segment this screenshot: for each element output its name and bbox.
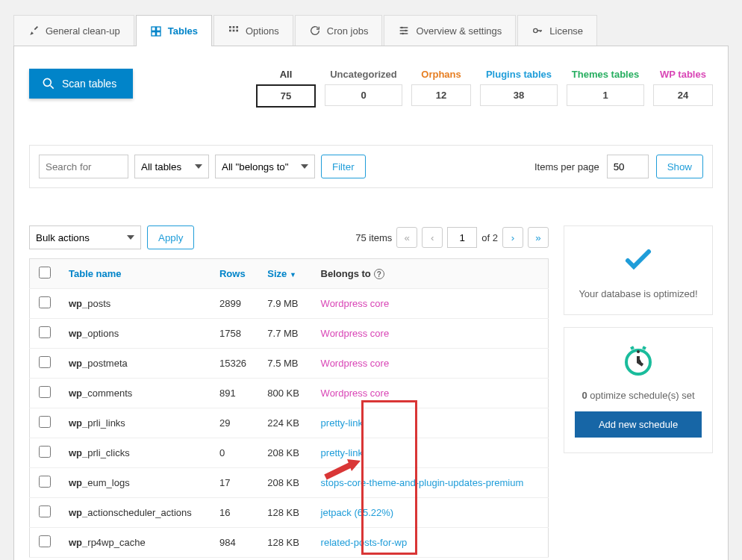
filter-wp-label[interactable]: WP tables [660,69,706,80]
page-next-button[interactable]: › [502,227,523,248]
svg-rect-6 [236,26,238,28]
optimized-card: Your database is optimized! [564,225,713,315]
row-checkbox[interactable] [39,476,51,488]
cell-rows: 29 [211,408,258,438]
cell-table-name: wp_rp4wp_cache [60,528,211,558]
tab-cron-jobs[interactable]: Cron jobs [295,15,383,46]
tables-icon [150,25,162,37]
table-row: wp_comments891800 KBWordpress core [30,379,549,408]
filter-uncat-label[interactable]: Uncategorized [330,69,397,80]
cell-belongs: pretty-link [312,438,549,468]
tables-select[interactable]: All tables [134,155,209,178]
col-table-name[interactable]: Table name [60,259,211,289]
show-button[interactable]: Show [656,155,703,178]
svg-point-13 [534,28,537,32]
tab-label: Tables [168,25,198,37]
table-row: wp_rp4wp_cache984128 KBrelated-posts-for… [30,528,549,558]
belongs-link[interactable]: pretty-link [321,417,363,429]
filter-plugins-count[interactable]: 38 [480,84,558,106]
tab-overview-settings[interactable]: Overview & settings [384,15,516,46]
scan-tables-button[interactable]: Scan tables [29,69,133,99]
svg-rect-0 [152,27,155,31]
row-checkbox[interactable] [39,296,51,308]
cell-size: 128 KB [258,528,311,558]
cell-table-name: wp_prli_clicks [60,438,211,468]
cell-table-name: wp_actionscheduler_actions [60,498,211,528]
table-row: wp_postmeta153267.5 MBWordpress core [30,349,549,379]
page-prev-button[interactable]: ‹ [422,227,443,248]
bulk-actions-select[interactable]: Bulk actions [29,225,141,249]
filter-button[interactable]: Filter [321,155,366,178]
belongs-select[interactable]: All "belongs to" [215,155,315,178]
cell-belongs: jetpack (65.22%) [312,498,549,528]
row-checkbox[interactable] [39,505,51,517]
tab-tables[interactable]: Tables [136,15,212,46]
page-input[interactable] [447,227,477,248]
cell-belongs: Wordpress core [312,319,549,349]
tab-label: License [549,25,583,37]
belongs-link[interactable]: stops-core-theme-and-plugin-updates-prem… [321,477,524,488]
refresh-icon [309,25,321,37]
row-checkbox[interactable] [39,416,51,428]
tables-grid: Table name Rows Size ▼ Belongs to? wp_po… [29,258,549,558]
col-rows[interactable]: Rows [211,259,258,289]
belongs-link[interactable]: Wordpress core [321,358,390,369]
cell-rows: 984 [211,528,258,558]
tab-license[interactable]: License [517,15,597,46]
filter-orphans-count[interactable]: 12 [411,84,471,106]
table-row: wp_prli_clicks0208 KBpretty-link [30,438,549,468]
cell-table-name: wp_prli_links [60,408,211,438]
help-icon[interactable]: ? [374,269,384,279]
optimized-text: Your database is optimized! [575,288,702,299]
col-size[interactable]: Size ▼ [258,259,311,289]
options-icon [228,25,240,37]
belongs-link[interactable]: Wordpress core [321,298,390,309]
sliders-icon [398,25,410,37]
total-items: 75 items [355,232,392,243]
tab-options[interactable]: Options [213,15,293,46]
svg-rect-1 [156,27,160,31]
page-first-button[interactable]: « [396,227,417,248]
tab-label: General clean-up [46,25,120,37]
row-checkbox[interactable] [39,326,51,338]
belongs-link[interactable]: Wordpress core [321,388,390,399]
search-input[interactable] [39,155,128,178]
add-schedule-button[interactable]: Add new schedule [575,411,702,438]
cell-table-name: wp_eum_logs [60,468,211,498]
filter-all-label[interactable]: All [280,69,293,80]
tab-general-cleanup[interactable]: General clean-up [13,15,134,46]
belongs-link[interactable]: pretty-link [321,447,363,458]
select-all-checkbox[interactable] [39,267,51,279]
page-of: of 2 [481,232,498,243]
row-checkbox[interactable] [39,386,51,398]
search-icon [41,76,56,91]
cell-belongs: Wordpress core [312,379,549,408]
filter-uncat-count[interactable]: 0 [325,84,402,106]
cell-rows: 1758 [211,319,258,349]
scan-button-label: Scan tables [62,78,116,90]
filter-orphans-label[interactable]: Orphans [421,69,461,80]
page-last-button[interactable]: » [528,227,549,248]
schedule-card: 0 optimize schedule(s) set Add new sched… [564,327,713,453]
pagination: 75 items « ‹ of 2 › » [355,227,549,248]
filter-plugins-label[interactable]: Plugins tables [486,69,552,80]
filter-all-count[interactable]: 75 [256,84,316,108]
svg-rect-7 [229,30,231,32]
filter-themes-count[interactable]: 1 [567,84,644,106]
belongs-link[interactable]: related-posts-for-wp [321,537,408,548]
filter-themes-label[interactable]: Themes tables [572,69,639,80]
row-checkbox[interactable] [39,356,51,368]
belongs-link[interactable]: jetpack (65.22%) [321,507,394,518]
filter-wp-count[interactable]: 24 [653,84,713,106]
belongs-link[interactable]: Wordpress core [321,328,390,339]
cell-size: 208 KB [258,438,311,468]
cell-size: 7.5 MB [258,349,311,379]
cell-table-name: wp_postmeta [60,349,211,379]
apply-button[interactable]: Apply [147,225,194,249]
row-checkbox[interactable] [39,446,51,458]
items-per-page-input[interactable] [607,155,649,178]
row-checkbox[interactable] [39,535,51,547]
schedule-text: 0 optimize schedule(s) set [575,390,702,401]
cell-belongs: related-posts-for-wp [312,528,549,558]
tab-label: Cron jobs [327,25,369,37]
